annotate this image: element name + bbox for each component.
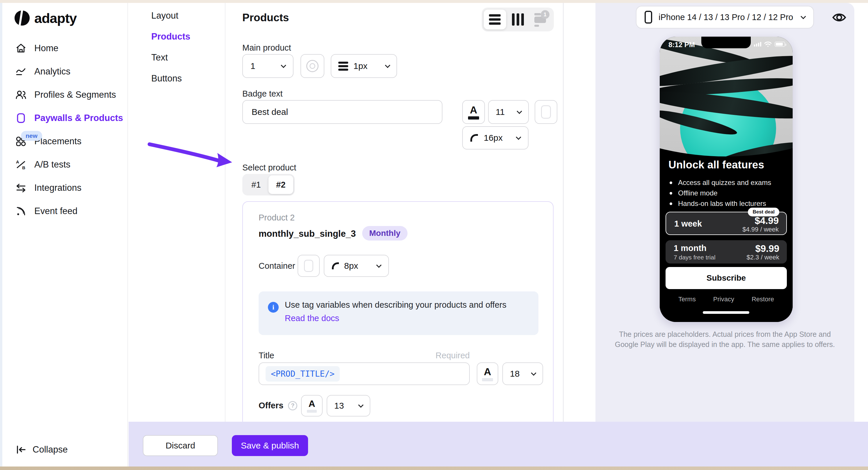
font-color-icon: A [468, 105, 479, 120]
analytics-icon [15, 66, 27, 77]
scrollbar-track[interactable] [563, 3, 564, 422]
phone-notch [701, 37, 751, 48]
product-option-price: $4.99 [754, 215, 779, 226]
sidebar-item-ab-tests[interactable]: AB A/B tests [0, 154, 128, 175]
window-chrome-top [0, 0, 868, 3]
product-tab-2[interactable]: #2 [269, 176, 293, 194]
privacy-link[interactable]: Privacy [713, 295, 734, 303]
badge-color-swatch-button[interactable] [535, 100, 557, 124]
collapse-label: Collapse [33, 444, 68, 455]
chevron-down-icon [531, 370, 536, 375]
mixed-view-icon: 1 [534, 13, 547, 26]
offers-font-size-value: 13 [334, 401, 344, 411]
sidebar-item-paywalls-products[interactable]: Paywalls & Products [0, 107, 128, 129]
device-selector[interactable]: iPhone 14 / 13 / 13 Pro / 12 / 12 Pro [636, 6, 814, 29]
sidebar-item-profiles-segments[interactable]: Profiles & Segments [0, 84, 128, 105]
discard-button[interactable]: Discard [143, 435, 218, 456]
sidebar-item-integrations[interactable]: Integrations [0, 178, 128, 198]
subnav-item-text[interactable]: Text [151, 52, 168, 63]
list-view-icon [489, 14, 501, 25]
offers-font-color-button[interactable]: A [301, 395, 322, 416]
sidebar-item-home[interactable]: Home [0, 38, 128, 59]
view-mode-columns-button[interactable] [507, 9, 529, 29]
sidebar-item-label: Event feed [34, 206, 78, 216]
main-product-border-select[interactable]: 1px [331, 54, 397, 78]
home-indicator [703, 311, 749, 314]
corner-radius-icon [470, 134, 478, 142]
chevron-down-icon [358, 402, 363, 407]
profiles-icon [15, 89, 27, 101]
badge-font-size-value: 11 [496, 107, 505, 117]
subscribe-button[interactable]: Subscribe [665, 267, 787, 289]
subnav-item-products[interactable]: Products [151, 31, 190, 42]
offers-row: Offers ? [258, 401, 297, 410]
font-color-icon: A [307, 399, 317, 413]
border-width-icon [338, 62, 348, 71]
subnav-item-buttons[interactable]: Buttons [151, 73, 182, 84]
badge-font-color-button[interactable]: A [462, 100, 485, 124]
phone-icon [645, 11, 652, 24]
sidebar-item-event-feed[interactable]: Event feed [0, 201, 128, 222]
color-swatch-icon [541, 105, 551, 119]
badge-text-label: Badge text [242, 89, 283, 99]
new-badge: new [21, 131, 42, 141]
title-font-size-select[interactable]: 18 [502, 363, 543, 385]
container-radius-select[interactable]: 8px [324, 255, 389, 277]
eye-icon [832, 11, 847, 24]
color-ring-icon [306, 60, 318, 72]
terms-link[interactable]: Terms [678, 295, 696, 303]
info-text: Use tag variables when describing your p… [285, 300, 506, 310]
main-product-label: Main product [242, 43, 291, 53]
border-width-value: 1px [353, 61, 367, 71]
product-tab-1[interactable]: #1 [244, 176, 269, 194]
badge-radius-select[interactable]: 16px [462, 126, 529, 150]
editor-panel: Products 1 Main product 1 1px Badge text… [226, 3, 595, 422]
offers-font-size-select[interactable]: 13 [327, 395, 370, 416]
device-selector-value: iPhone 14 / 13 / 13 Pro / 12 / 12 Pro [658, 12, 795, 22]
sidebar: adapty Home Analytics Profiles & Segment… [0, 3, 128, 467]
save-publish-button[interactable]: Save & publish [232, 435, 308, 456]
container-color-swatch-button[interactable] [298, 255, 320, 277]
sidebar-item-analytics[interactable]: Analytics [0, 61, 128, 82]
svg-text:A: A [16, 160, 19, 164]
prod-title-tag-chip[interactable]: <PROD_TITLE/> [266, 366, 340, 382]
ab-tests-icon: AB [15, 159, 27, 170]
main-product-color-button[interactable] [301, 54, 324, 78]
collapse-button[interactable]: Collapse [15, 444, 68, 456]
info-icon: i [268, 302, 279, 313]
window-chrome-bottom [0, 467, 868, 470]
read-docs-link[interactable]: Read the docs [285, 314, 339, 323]
container-label: Container [258, 261, 295, 271]
badge-text-input[interactable]: Best deal [242, 100, 442, 124]
period-badge: Monthly [362, 226, 407, 241]
product-option-title: 1 month [674, 244, 707, 253]
product-option-1month[interactable]: 1 month 7 days free trial $9.99 $2.3 / w… [665, 240, 787, 263]
select-product-label: Select product [242, 163, 296, 173]
badge-radius-value: 16px [484, 133, 503, 143]
help-icon[interactable]: ? [288, 401, 297, 410]
title-font-color-button[interactable]: A [477, 363, 498, 385]
sidebar-item-label: Integrations [34, 183, 82, 193]
corner-radius-icon [332, 262, 339, 269]
product-option-title: 1 week [674, 219, 702, 229]
restore-link[interactable]: Restore [752, 295, 774, 303]
view-mode-mixed-button[interactable]: 1 [529, 9, 552, 29]
sidebar-item-label: Profiles & Segments [34, 90, 116, 100]
adapty-logo[interactable]: adapty [14, 10, 77, 26]
columns-view-icon [512, 13, 524, 26]
feature-item: Offline mode [670, 189, 718, 197]
title-input[interactable]: <PROD_TITLE/> [258, 363, 470, 385]
window-chrome-right [854, 3, 868, 422]
view-mode-list-button[interactable] [484, 9, 506, 29]
sidebar-item-placements[interactable]: Placements [0, 131, 128, 152]
home-icon [15, 42, 27, 54]
subnav-item-layout[interactable]: Layout [151, 10, 178, 21]
container-radius-value: 8px [344, 261, 358, 271]
paywall-headline: Unlock all features [669, 159, 764, 171]
preview-visibility-button[interactable] [832, 10, 847, 25]
badge-font-size-select[interactable]: 11 [488, 100, 529, 124]
title-label: Title [258, 351, 274, 361]
product-option-1week[interactable]: Best deal 1 week $4.99 $4.99 / week [665, 212, 787, 235]
main-product-select[interactable]: 1 [242, 54, 293, 78]
app-window: adapty Home Analytics Profiles & Segment… [0, 0, 868, 470]
